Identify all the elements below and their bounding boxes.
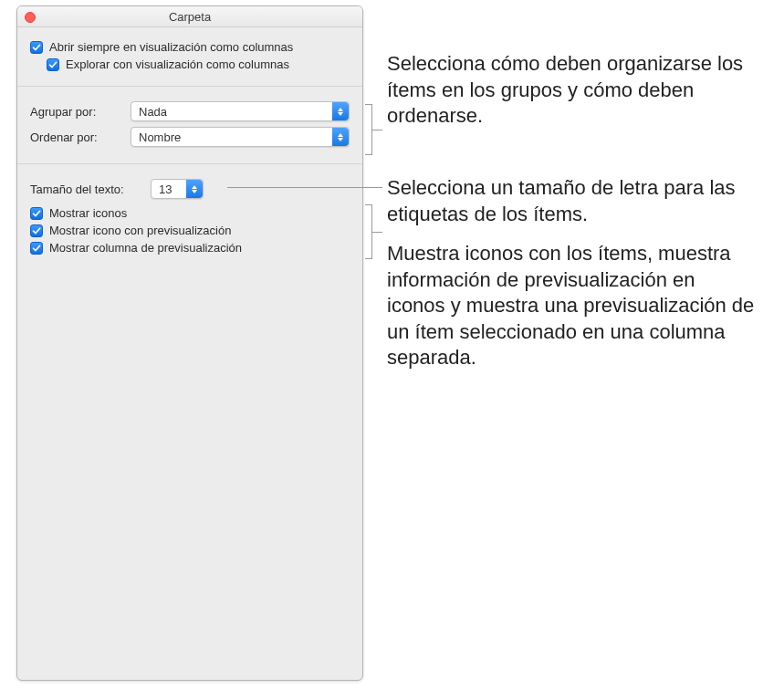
titlebar: Carpeta [17,6,362,27]
folder-view-options-window: Carpeta Abrir siempre en visualización c… [16,5,363,681]
section-grouping: Agrupar por: Nada Ordenar por: Nombre [17,87,362,164]
always-open-columns-label: Abrir siempre en visualización como colu… [49,40,293,54]
section-display: Tamaño del texto: 13 Mostrar iconos Most… [17,164,362,269]
browse-columns-label: Explorar con visualización como columnas [66,57,289,71]
text-size-row: Tamaño del texto: 13 [30,179,350,199]
group-by-select[interactable]: Nada [131,101,350,121]
sort-by-value: Nombre [139,130,181,144]
text-size-label: Tamaño del texto: [30,183,151,196]
browse-columns-row[interactable]: Explorar con visualización como columnas [47,57,350,71]
show-icon-preview-label: Mostrar icono con previsualización [49,224,231,237]
group-by-value: Nada [139,105,167,119]
checkbox-checked-icon[interactable] [47,58,59,71]
checkbox-checked-icon[interactable] [30,242,43,255]
sort-by-select[interactable]: Nombre [131,127,350,147]
callout-line [372,232,382,233]
text-size-select[interactable]: 13 [151,179,204,199]
show-preview-column-label: Mostrar columna de previsualización [49,241,242,255]
callout-grouping: Selecciona cómo deben organizarse los ít… [387,51,770,130]
show-icon-preview-row[interactable]: Mostrar icono con previsualización [30,224,350,237]
show-icons-label: Mostrar iconos [49,206,127,220]
updown-arrows-icon [332,128,349,146]
checkbox-checked-icon[interactable] [30,224,43,237]
window-title: Carpeta [169,10,211,24]
callout-bracket [365,104,372,155]
callout-text-size: Selecciona un tamaño de letra para las e… [387,175,770,227]
sort-by-label: Ordenar por: [30,130,131,144]
always-open-columns-row[interactable]: Abrir siempre en visualización como colu… [30,40,350,54]
callout-line [372,130,382,130]
sort-by-row: Ordenar por: Nombre [30,127,350,147]
text-size-value: 13 [159,183,172,196]
callout-bracket [365,204,372,259]
callout-line [227,187,382,188]
checkbox-checked-icon[interactable] [30,207,43,220]
section-view-mode: Abrir siempre en visualización como colu… [17,27,362,87]
group-by-row: Agrupar por: Nada [30,101,350,121]
close-icon[interactable] [25,12,36,23]
updown-arrows-icon [186,180,203,198]
group-by-label: Agrupar por: [30,105,131,119]
updown-arrows-icon [332,102,349,120]
show-icons-row[interactable]: Mostrar iconos [30,206,350,220]
show-preview-column-row[interactable]: Mostrar columna de previsualización [30,241,350,255]
checkbox-checked-icon[interactable] [30,41,43,54]
callout-icons-preview: Muestra iconos con los ítems, muestra in… [387,241,757,371]
